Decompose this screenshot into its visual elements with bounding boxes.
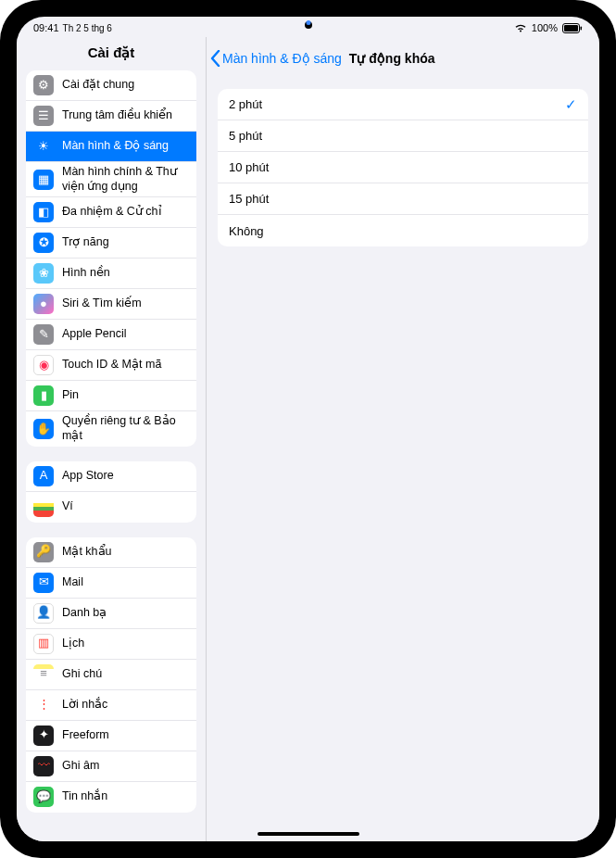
autolock-option[interactable]: 2 phút✓ [218,89,588,120]
back-label: Màn hình & Độ sáng [222,51,342,66]
sidebar-item-label: Lời nhắc [62,698,187,713]
wallet-icon [33,497,54,517]
sidebar-item-label: Trợ năng [62,235,187,250]
detail-title: Tự động khóa [349,51,435,66]
autolock-option[interactable]: 10 phút [218,152,588,183]
voicememo-icon: 〰 [33,756,54,776]
camera-indicator [306,20,310,25]
sidebar-item-label: Cài đặt chung [62,78,187,93]
sidebar-item-freeform[interactable]: ✦Freeform [26,721,196,751]
sidebar-item-multitask[interactable]: ◧Đa nhiệm & Cử chỉ [26,197,196,228]
option-label: 10 phút [229,160,269,174]
battery-percent: 100% [532,22,558,33]
home-indicator[interactable] [258,832,359,836]
home-icon: ▦ [33,170,54,190]
checkmark-icon: ✓ [565,96,577,113]
sidebar-item-label: Ghi chú [62,667,187,682]
sidebar-item-label: Ghi âm [62,759,187,774]
sidebar-item-label: Danh bạ [62,606,187,621]
freeform-icon: ✦ [33,726,54,746]
back-button[interactable]: Màn hình & Độ sáng [210,50,342,67]
settings-sidebar[interactable]: Cài đặt ⚙Cài đặt chung☰Trung tâm điều kh… [17,37,207,841]
wifi-icon [514,23,527,32]
sidebar-item-calendar[interactable]: ▥Lịch [26,629,196,660]
detail-pane: Màn hình & Độ sáng Tự động khóa 2 phút✓5… [207,37,599,841]
sidebar-item-switches[interactable]: ☰Trung tâm điều khiển [26,101,196,132]
sidebar-group: ⚙Cài đặt chung☰Trung tâm điều khiển☀Màn … [26,70,196,447]
sidebar-item-reminders[interactable]: ⋮Lời nhắc [26,690,196,721]
privacy-icon: ✋ [33,419,54,439]
battery-icon: ▮ [33,385,54,406]
multitask-icon: ◧ [33,202,54,222]
sidebar-item-home[interactable]: ▦Màn hình chính & Thư viện ứng dụng [26,162,196,197]
autolock-option[interactable]: Không [218,215,588,246]
sidebar-item-wallet[interactable]: Ví [26,492,196,523]
option-label: 15 phút [229,192,269,206]
autolock-options: 2 phút✓5 phút10 phút15 phútKhông [218,89,588,246]
sidebar-item-label: Siri & Tìm kiếm [62,297,187,311]
sidebar-item-label: Tin nhắn [62,789,187,804]
sidebar-item-label: Mật khẩu [62,545,187,560]
sidebar-item-label: Freeform [62,728,187,743]
sidebar-item-brightness[interactable]: ☀Màn hình & Độ sáng [26,132,196,162]
sidebar-item-wallpaper[interactable]: ❀Hình nền [26,259,196,289]
calendar-icon: ▥ [33,634,54,654]
svg-rect-1 [564,25,578,32]
sidebar-item-mail[interactable]: ✉Mail [26,568,196,599]
status-time: 09:41 [33,22,59,33]
option-label: 5 phút [229,129,262,143]
mail-icon: ✉ [33,573,54,593]
sidebar-item-accessibility[interactable]: ✪Trợ năng [26,228,196,259]
sidebar-item-label: Mail [62,575,187,590]
sidebar-item-label: Trung tâm điều khiển [62,108,187,123]
sidebar-item-battery[interactable]: ▮Pin [26,381,196,411]
sidebar-item-pencil[interactable]: ✎Apple Pencil [26,320,196,350]
messages-icon: 💬 [33,787,54,807]
touchid-icon: ◉ [33,355,54,375]
sidebar-item-appstore[interactable]: AApp Store [26,461,196,492]
siri-icon: ● [33,294,54,314]
sidebar-item-label: Màn hình chính & Thư viện ứng dụng [62,165,187,194]
sidebar-item-label: Apple Pencil [62,327,187,342]
brightness-icon: ☀ [33,136,54,157]
sidebar-item-label: Hình nền [62,266,187,281]
sidebar-item-label: Đa nhiệm & Cử chỉ [62,205,187,220]
sidebar-item-label: Ví [62,499,187,514]
gear-icon: ⚙ [33,75,54,95]
sidebar-item-passwords[interactable]: 🔑Mật khẩu [26,537,196,568]
option-label: Không [229,224,264,238]
sidebar-item-siri[interactable]: ●Siri & Tìm kiếm [26,289,196,320]
autolock-option[interactable]: 5 phút [218,120,588,152]
sidebar-item-notes[interactable]: ≡Ghi chú [26,660,196,690]
switches-icon: ☰ [33,106,54,126]
reminders-icon: ⋮ [33,695,54,715]
appstore-icon: A [33,466,54,486]
sidebar-item-voicememo[interactable]: 〰Ghi âm [26,751,196,782]
accessibility-icon: ✪ [33,233,54,253]
option-label: 2 phút [229,97,262,111]
sidebar-item-privacy[interactable]: ✋Quyền riêng tư & Bảo mật [26,411,196,446]
sidebar-item-contacts[interactable]: 👤Danh bạ [26,599,196,629]
sidebar-item-label: Pin [62,388,187,403]
sidebar-item-messages[interactable]: 💬Tin nhắn [26,782,196,813]
sidebar-item-label: App Store [62,469,187,484]
notes-icon: ≡ [33,664,54,685]
sidebar-item-label: Lịch [62,637,187,651]
status-date: Th 2 5 thg 6 [63,23,112,33]
autolock-option[interactable]: 15 phút [218,183,588,215]
sidebar-title: Cài đặt [17,37,206,70]
contacts-icon: 👤 [33,603,54,624]
detail-header: Màn hình & Độ sáng Tự động khóa [207,37,599,74]
wallpaper-icon: ❀ [33,263,54,284]
sidebar-item-label: Touch ID & Mật mã [62,358,187,372]
sidebar-item-label: Quyền riêng tư & Bảo mật [62,414,187,443]
sidebar-group: 🔑Mật khẩu✉Mail👤Danh bạ▥Lịch≡Ghi chú⋮Lời … [26,537,196,813]
sidebar-item-touchid[interactable]: ◉Touch ID & Mật mã [26,350,196,381]
sidebar-item-label: Màn hình & Độ sáng [62,139,187,154]
pencil-icon: ✎ [33,324,54,345]
battery-icon [562,23,583,33]
chevron-left-icon [210,50,220,67]
sidebar-group: AApp StoreVí [26,461,196,523]
svg-rect-2 [581,26,583,30]
sidebar-item-gear[interactable]: ⚙Cài đặt chung [26,70,196,101]
